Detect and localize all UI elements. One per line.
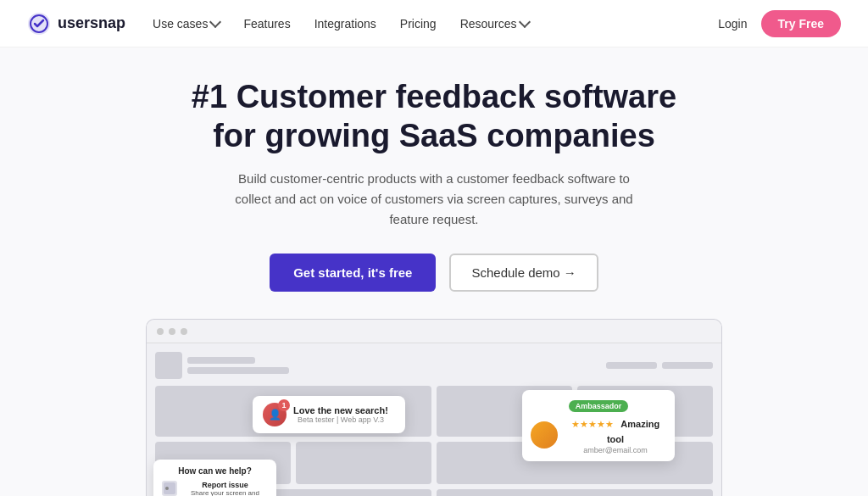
browser-dot-2 <box>169 328 175 335</box>
feedback-floating-card: 👤 1 Love the new search! Beta tester | W… <box>253 396 405 433</box>
dashboard-preview: 👤 1 Love the new search! Beta tester | W… <box>146 319 722 496</box>
nav-pricing[interactable]: Pricing <box>400 17 437 31</box>
navbar: usersnap Use cases Features Integrations… <box>0 0 868 47</box>
report-item-title: Report issue <box>182 481 268 489</box>
howcan-title: How can we help? <box>162 466 268 476</box>
svg-point-3 <box>165 487 169 490</box>
schedule-demo-button[interactable]: Schedule demo → <box>449 254 598 292</box>
nav-resources[interactable]: Resources <box>460 17 529 31</box>
logo-text: usersnap <box>58 14 125 32</box>
nav-integrations[interactable]: Integrations <box>314 17 376 31</box>
ambassador-email: amber@email.com <box>565 446 666 454</box>
logo[interactable]: usersnap <box>27 12 125 36</box>
ambassador-avatar <box>531 421 558 449</box>
chevron-down-icon <box>518 16 530 28</box>
report-icon <box>162 481 177 496</box>
report-item-text: Share your screen and circle the error <box>182 489 268 496</box>
get-started-button[interactable]: Get started, it's free <box>270 254 436 292</box>
feedback-title: Love the new search! <box>293 405 388 415</box>
logo-icon <box>27 12 51 36</box>
hero-subtitle: Build customer-centric products with a c… <box>231 169 637 230</box>
nav-features[interactable]: Features <box>243 17 290 31</box>
notification-badge: 1 <box>278 399 290 411</box>
howcan-floating-card: How can we help? Report issue Share your… <box>153 460 276 496</box>
star-rating: ★★★★★ <box>571 419 614 429</box>
browser-dot-1 <box>157 328 164 335</box>
howcan-report-item: Report issue Share your screen and circl… <box>162 481 268 496</box>
nav-use-cases[interactable]: Use cases <box>153 17 220 31</box>
browser-dot-3 <box>181 328 187 335</box>
nav-right: Login Try Free <box>718 10 841 37</box>
preview-content: 👤 1 Love the new search! Beta tester | W… <box>147 343 721 496</box>
hero-buttons: Get started, it's free Schedule demo → <box>270 254 598 292</box>
browser-bar <box>147 320 721 343</box>
ambassador-label: Amazing tool <box>607 419 659 444</box>
ambassador-floating-card: Ambassador ★★★★★ Amazing tool amber@emai… <box>522 390 675 461</box>
try-free-button[interactable]: Try Free <box>761 10 841 37</box>
hero-title: #1 Customer feedback software for growin… <box>171 78 697 155</box>
ambassador-badge: Ambassador <box>569 400 629 412</box>
nav-links: Use cases Features Integrations Pricing … <box>153 17 718 31</box>
hero-section: #1 Customer feedback software for growin… <box>0 47 868 496</box>
feedback-meta: Beta tester | Web app V.3 <box>293 415 388 424</box>
chevron-down-icon <box>209 16 221 28</box>
login-button[interactable]: Login <box>718 17 747 31</box>
